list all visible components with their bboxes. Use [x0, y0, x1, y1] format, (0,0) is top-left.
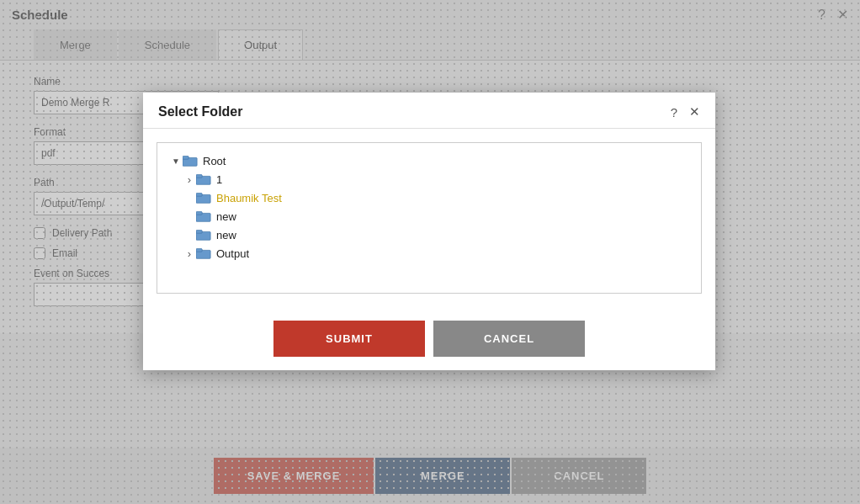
bhaumik-label: Bhaumik Test	[216, 192, 282, 204]
tree-item-1[interactable]: › 1	[183, 170, 693, 188]
svg-rect-7	[196, 212, 202, 215]
dialog-title-bar: Select Folder ? ✕	[143, 93, 715, 129]
bhaumik-folder-icon	[196, 191, 211, 204]
svg-rect-5	[196, 194, 202, 197]
main-window: Schedule ? ✕ Merge Schedule Output Name …	[0, 0, 860, 504]
root-toggle[interactable]: ▼	[169, 154, 183, 167]
svg-rect-3	[196, 175, 202, 178]
tree-item-new-2[interactable]: › new	[183, 225, 693, 244]
folder-tree: ▼ Root ›	[157, 142, 702, 294]
root-label: Root	[203, 155, 226, 167]
tree-item-output[interactable]: › Output	[183, 244, 693, 263]
dialog-buttons: SUBMIT CANCEL	[143, 307, 715, 370]
item-1-toggle[interactable]: ›	[183, 172, 196, 186]
select-folder-dialog: Select Folder ? ✕ ▼ Root	[143, 93, 715, 370]
tree-item-bhaumik[interactable]: › Bhaumik Test	[183, 188, 693, 207]
dialog-title: Select Folder	[158, 104, 242, 119]
submit-button[interactable]: SUBMIT	[273, 321, 425, 357]
item-1-label: 1	[216, 173, 222, 186]
output-folder-icon	[196, 247, 211, 260]
root-folder-icon	[183, 154, 198, 167]
new2-folder-icon	[196, 228, 211, 241]
new1-folder-icon	[196, 210, 211, 223]
item-1-folder-icon	[196, 172, 211, 186]
output-label: Output	[216, 247, 249, 260]
new1-label: new	[216, 210, 236, 223]
output-toggle[interactable]: ›	[183, 247, 196, 260]
svg-rect-9	[196, 231, 202, 234]
svg-rect-1	[183, 157, 188, 160]
new2-label: new	[216, 229, 236, 241]
tree-item-root[interactable]: ▼ Root	[166, 151, 693, 170]
cancel-dialog-button[interactable]: CANCEL	[433, 321, 585, 357]
tree-children: › 1 ›	[166, 170, 693, 263]
dialog-help-icon[interactable]: ?	[671, 105, 677, 119]
svg-rect-11	[196, 249, 202, 252]
dialog-close-icon[interactable]: ✕	[689, 104, 700, 119]
tree-item-new-1[interactable]: › new	[183, 207, 693, 225]
dialog-title-icons: ? ✕	[671, 104, 700, 119]
